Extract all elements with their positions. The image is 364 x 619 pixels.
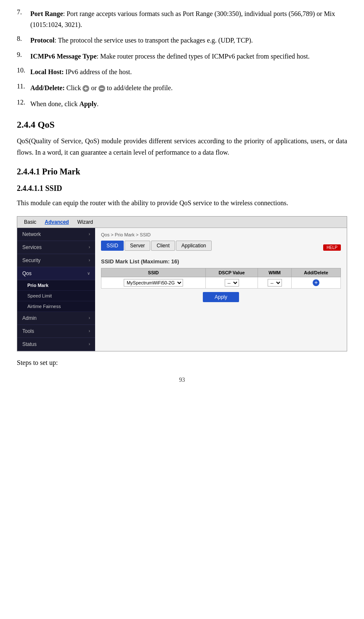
tab-server[interactable]: Server	[125, 241, 150, 251]
list-item-12: 12. When done, click Apply.	[17, 99, 347, 110]
item-content: Protocol: The protocol the service uses …	[30, 35, 347, 46]
item-label: ICMPv6 Message Type	[30, 53, 97, 60]
item-content: ICMPv6 Message Type: Make router process…	[30, 51, 347, 62]
item-num: 9.	[17, 51, 30, 62]
col-header-dscp: DSCP Value	[205, 268, 258, 277]
tab-client[interactable]: Client	[151, 241, 175, 251]
item-label: Local Host:	[30, 68, 64, 75]
topbar-advanced[interactable]: Advanced	[40, 218, 73, 226]
router-topbar: Basic Advanced Wizard	[17, 217, 347, 228]
item-content: When done, click Apply.	[30, 99, 347, 110]
sidebar-sub-speedlimit[interactable]: Speed Limit	[17, 291, 95, 301]
section-2441-heading: 2.4.4.1 Prio Mark	[17, 167, 347, 177]
sidebar-item-services[interactable]: Services ›	[17, 241, 95, 254]
router-sidebar: Network › Services › Security › Qos ∨ Pr…	[17, 228, 95, 351]
item-num: 12.	[17, 99, 30, 110]
add-row-button[interactable]: +	[313, 279, 319, 286]
router-body: Network › Services › Security › Qos ∨ Pr…	[17, 228, 347, 351]
tab-application[interactable]: Application	[176, 241, 212, 251]
topbar-basic[interactable]: Basic	[20, 218, 40, 226]
chevron-right-icon: ›	[89, 258, 90, 263]
sidebar-item-tools[interactable]: Tools ›	[17, 325, 95, 338]
item-label: Protocol	[30, 37, 54, 44]
list-item-9: 9. ICMPv6 Message Type: Make router proc…	[17, 51, 347, 62]
wmm-select[interactable]: --	[268, 279, 282, 287]
col-header-ssid: SSID	[101, 268, 206, 277]
item-label: Port Range	[30, 10, 63, 17]
ssid-cell: MySpectrumWiFi50-2G	[101, 277, 206, 288]
sidebar-sub-airtimefairness[interactable]: Airtime Fairness	[17, 301, 95, 312]
wmm-cell: --	[258, 277, 292, 288]
add-icon	[82, 85, 89, 92]
list-item-10: 10. Local Host: IPv6 address of the host…	[17, 67, 347, 78]
sidebar-item-security[interactable]: Security ›	[17, 254, 95, 267]
list-item-8: 8. Protocol: The protocol the service us…	[17, 35, 347, 46]
sidebar-item-status[interactable]: Status ›	[17, 338, 95, 351]
item-num: 7.	[17, 8, 30, 30]
list-item-11: 11. Add/Delete: Click or to add/delete t…	[17, 83, 347, 94]
sidebar-admin-label: Admin	[22, 315, 37, 321]
sidebar-qos-label: Qos	[22, 271, 32, 276]
chevron-right-icon: ›	[89, 232, 90, 236]
sidebar-security-label: Security	[22, 257, 40, 263]
sidebar-sub-qos: Prio Mark Speed Limit Airtime Fairness	[17, 280, 95, 312]
sidebar-item-admin[interactable]: Admin ›	[17, 312, 95, 325]
chevron-right-icon: ›	[89, 316, 90, 320]
help-button[interactable]: HELP	[323, 244, 341, 251]
steps-to-setup-label: Steps to set up:	[17, 359, 347, 367]
sidebar-tools-label: Tools	[22, 328, 34, 334]
apply-button[interactable]: Apply	[203, 292, 239, 302]
item-num: 11.	[17, 83, 30, 94]
col-header-adddelete: Add/Delete	[292, 268, 341, 277]
apply-label-inline: Apply	[79, 100, 97, 107]
section-24411-heading: 2.4.4.1.1 SSID	[17, 184, 347, 193]
sidebar-item-qos[interactable]: Qos ∨	[17, 267, 95, 280]
sidebar-sub-priomark[interactable]: Prio Mark	[17, 280, 95, 291]
col-header-wmm: WMM	[258, 268, 292, 277]
router-ui-screenshot: Basic Advanced Wizard Network › Services…	[17, 216, 347, 351]
section-244-heading: 2.4.4 QoS	[17, 119, 347, 130]
delete-icon	[98, 85, 105, 92]
item-num: 10.	[17, 67, 30, 78]
chevron-right-icon: ›	[89, 245, 90, 249]
ssid-select[interactable]: MySpectrumWiFi50-2G	[124, 279, 183, 287]
item-content: Port Range: Port range accepts various f…	[30, 8, 347, 30]
section-244-intro: QoS(Quality of Service, QoS) module prov…	[17, 135, 347, 158]
sidebar-item-network[interactable]: Network ›	[17, 228, 95, 241]
chevron-right-icon: ›	[89, 342, 90, 346]
breadcrumb: Qos > Prio Mark > SSID	[101, 232, 341, 237]
action-cell: +	[292, 277, 341, 288]
table-row: MySpectrumWiFi50-2G -- --	[101, 277, 341, 288]
router-main-content: Qos > Prio Mark > SSID SSID Server Clien…	[95, 228, 347, 351]
section-24411-intro: This module can equip the router with th…	[17, 197, 347, 209]
item-content: Local Host: IPv6 address of the host.	[30, 67, 347, 78]
sidebar-status-label: Status	[22, 341, 37, 347]
chevron-right-icon: ›	[89, 329, 90, 333]
list-item-7: 7. Port Range: Port range accepts variou…	[17, 8, 347, 30]
tab-ssid[interactable]: SSID	[101, 241, 124, 251]
page-number: 93	[17, 377, 347, 383]
item-content: Add/Delete: Click or to add/delete the p…	[30, 83, 347, 94]
ssid-table: SSID DSCP Value WMM Add/Delete MySpectru…	[101, 268, 341, 289]
item-label: Add/Delete:	[30, 84, 65, 91]
sidebar-services-label: Services	[22, 244, 42, 250]
dscp-cell: --	[205, 277, 258, 288]
chevron-down-icon: ∨	[87, 271, 90, 276]
dscp-select[interactable]: --	[225, 279, 239, 287]
tab-bar: SSID Server Client Application	[101, 241, 323, 251]
topbar-wizard[interactable]: Wizard	[73, 218, 97, 226]
item-num: 8.	[17, 35, 30, 46]
sidebar-network-label: Network	[22, 231, 41, 237]
ssid-section-title: SSID Mark List (Maximum: 16)	[101, 258, 341, 265]
